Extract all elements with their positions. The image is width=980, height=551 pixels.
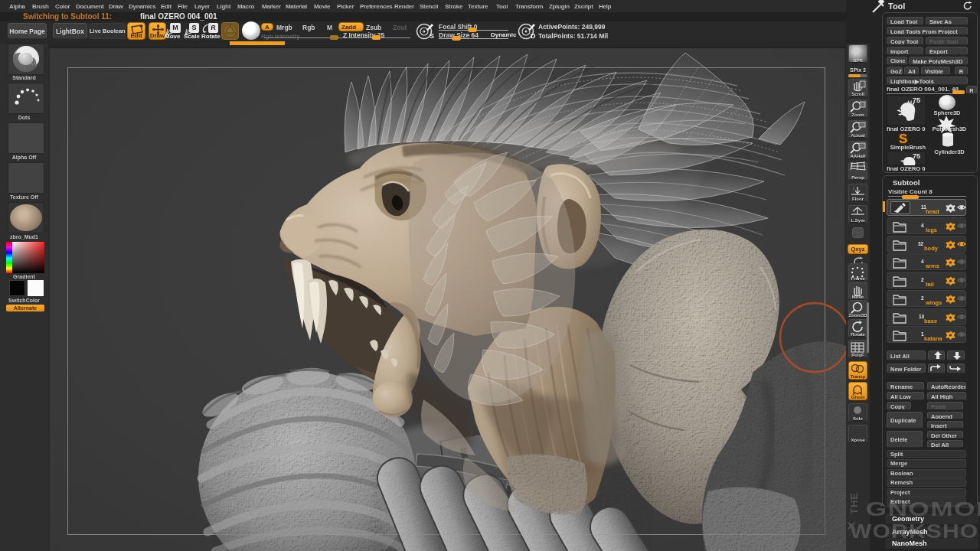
svg-text:↕: ↕ <box>852 185 855 191</box>
svg-text:D: D <box>531 32 536 40</box>
svg-text:S: S <box>430 32 434 40</box>
